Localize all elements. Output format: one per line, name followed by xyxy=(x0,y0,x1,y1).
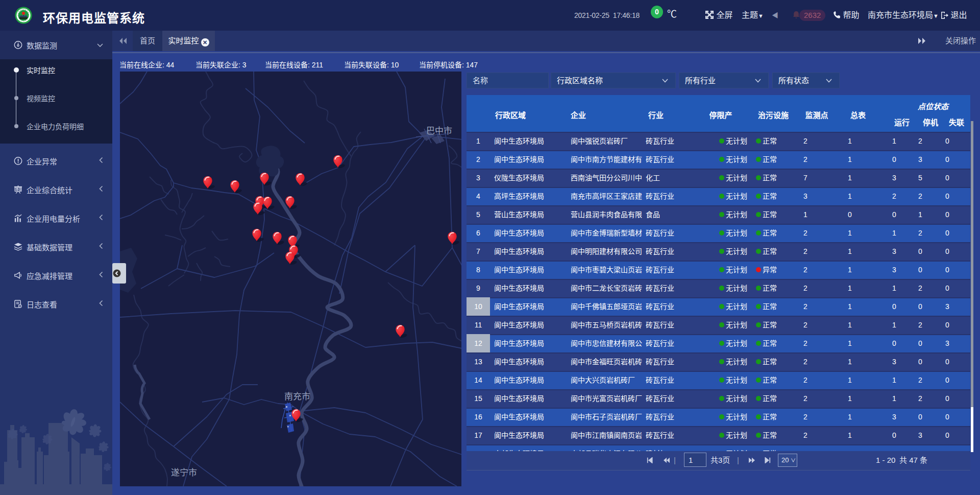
svg-text:南充市: 南充市 xyxy=(284,392,310,402)
svg-text:遂宁市: 遂宁市 xyxy=(171,468,197,478)
svg-text:巴中市: 巴中市 xyxy=(426,126,452,136)
